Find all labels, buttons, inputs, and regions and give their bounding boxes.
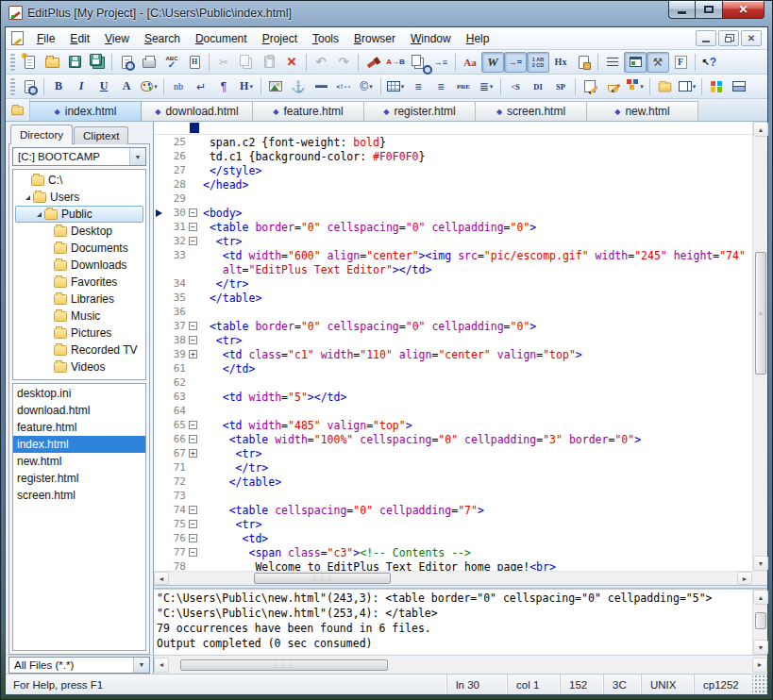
expander-icon[interactable] [22, 195, 33, 200]
spell-check-button[interactable]: ABC [160, 52, 183, 73]
fold-toggle[interactable]: − [186, 322, 200, 330]
new-window-button[interactable] [653, 76, 676, 97]
code-line[interactable]: 67+ <tr> [154, 446, 752, 460]
tree-item-public[interactable]: Public [15, 206, 143, 223]
panel-tab-directory[interactable]: Directory [10, 125, 73, 144]
fold-toggle[interactable]: + [186, 449, 200, 458]
tab-list-button[interactable] [6, 99, 30, 121]
view-in-browser-button[interactable] [18, 76, 41, 97]
editor-hscrollbar[interactable]: ◄ ⋮⋮⋮ ► [154, 572, 752, 585]
fold-toggle[interactable]: − [186, 520, 200, 528]
tab-new-html[interactable]: ◆new.html [587, 101, 698, 121]
code-line[interactable]: 73 [154, 489, 752, 503]
file-item-desktop-ini[interactable]: desktop.ini [13, 385, 145, 402]
new-file-button[interactable] [18, 52, 41, 73]
title-bar[interactable]: EditPlus [My Project] - [C:\Users\Public… [1, 1, 772, 26]
code-line[interactable]: 62 [154, 375, 752, 390]
drive-combobox[interactable]: [C:] BOOTCAMP ▼ [12, 147, 146, 166]
tab-screen-html[interactable]: ◆screen.html [476, 101, 587, 121]
code-line[interactable]: 38− <tr> [154, 333, 752, 347]
fold-toggle[interactable]: − [186, 548, 200, 557]
table-button[interactable]: ▾ [384, 76, 407, 97]
minimize-button[interactable] [668, 1, 696, 19]
code-line[interactable]: 37− <table border="0" cellspacing="0" ce… [154, 319, 752, 333]
code-line[interactable]: 31− <table border="0" cellspacing="0" ce… [154, 220, 752, 234]
output-vscroll-thumb[interactable] [755, 612, 766, 629]
code-line[interactable]: 71 </tr> [154, 460, 752, 475]
editor-hscroll-thumb[interactable]: ⋮⋮⋮ [254, 573, 391, 584]
html-page-button[interactable]: H [183, 52, 206, 73]
output-hscrollbar[interactable]: ◄ ⋮⋮⋮ ► [154, 656, 767, 674]
file-item-index-html[interactable]: index.html [13, 436, 145, 453]
menu-search[interactable]: Search [137, 29, 188, 48]
document-properties-button[interactable] [572, 52, 595, 73]
scroll-down-icon[interactable]: ▼ [753, 556, 768, 571]
scroll-left-icon[interactable]: ◄ [154, 572, 169, 585]
output-text[interactable]: "C:\Users\Public\new.html"(243,3): <tabl… [154, 590, 752, 655]
tree-item-music[interactable]: Music [15, 308, 143, 325]
code-line[interactable]: 26 td.c1 {background-color: #F0F0F0} [154, 149, 752, 163]
tree-item-pictures[interactable]: Pictures [15, 325, 143, 342]
div-button[interactable]: DI [527, 76, 549, 97]
code-line[interactable]: 63 <td width="5"></td> [154, 390, 752, 404]
font-button[interactable]: A [115, 76, 138, 97]
split-window-button[interactable]: ▾ [676, 76, 698, 97]
document-selector-button[interactable] [601, 52, 624, 73]
hex-viewer-button[interactable]: Hx [549, 52, 572, 73]
tree-item-users[interactable]: Users [15, 189, 143, 206]
tree-item-recorded-tv[interactable]: Recorded TV [15, 342, 143, 358]
code-line[interactable]: 65− <td width="485" valign="top"> [154, 418, 752, 432]
output-line[interactable]: 79 occurrences have been found in 6 file… [157, 622, 752, 637]
fold-toggle[interactable]: − [186, 223, 200, 231]
scroll-up-icon[interactable]: ▲ [753, 122, 768, 137]
fold-toggle[interactable]: − [186, 421, 200, 429]
tree-item-desktop[interactable]: Desktop [15, 223, 143, 240]
context-help-button[interactable]: ? [698, 52, 721, 73]
code-line[interactable]: 39+ <td class="c1" width="110" align="ce… [154, 347, 752, 361]
function-list-button[interactable]: F [669, 52, 692, 73]
status-cell-unix[interactable]: UNIX [641, 675, 694, 694]
tree-item-documents[interactable]: Documents [15, 240, 143, 257]
code-line[interactable]: 27 </style> [154, 163, 752, 177]
paragraph-button[interactable]: ¶ [212, 76, 235, 97]
toolbar-grip-2[interactable] [10, 78, 15, 95]
output-line[interactable]: "C:\Users\Public\new.html"(243,3): <tabl… [157, 592, 752, 607]
output-scroll-left-icon[interactable]: ◄ [154, 658, 169, 673]
italic-button[interactable]: I [70, 76, 92, 97]
line-numbers-button[interactable] [527, 52, 549, 73]
scroll-right-icon[interactable]: ► [737, 572, 752, 585]
fold-toggle[interactable]: − [186, 237, 200, 245]
code-line[interactable]: 30−<body> [154, 206, 752, 220]
output-scroll-up-icon[interactable]: ▲ [753, 590, 768, 605]
output-scroll-right-icon[interactable]: ► [752, 658, 767, 673]
underline-button[interactable]: U [92, 76, 115, 97]
mdi-minimize-button[interactable] [696, 30, 716, 46]
menu-edit[interactable]: Edit [62, 29, 97, 48]
code-line[interactable]: 72 </table> [154, 475, 752, 489]
file-item-screen-html[interactable]: screen.html [13, 487, 145, 504]
align-left-button[interactable]: ≡ [407, 76, 429, 97]
output-line[interactable]: Output completed (0 sec consumed) [157, 637, 752, 652]
code-line[interactable]: 35 </table> [154, 291, 752, 305]
code-line[interactable]: 33 <td width="600" align="center"><img s… [154, 248, 752, 262]
expander-icon[interactable] [33, 212, 44, 217]
align-center-button[interactable]: ≡ [429, 76, 452, 97]
heading-button[interactable]: H▾ [235, 76, 258, 97]
horizontal-rule-button[interactable] [310, 76, 332, 97]
output-window-button[interactable]: ⚒ [647, 52, 669, 73]
code-line[interactable]: 61 </td> [154, 361, 752, 375]
status-cell-cp1252[interactable]: cp1252 [694, 675, 752, 694]
menu-window[interactable]: Window [403, 29, 459, 48]
tree-item-c[interactable]: C:\ [15, 172, 143, 189]
output-scroll-down-icon[interactable]: ▼ [753, 640, 768, 655]
menu-help[interactable]: Help [459, 29, 497, 48]
undo-button[interactable]: ↶ [310, 52, 332, 73]
fold-toggle[interactable]: − [186, 435, 200, 443]
code-line[interactable]: 77− <span class="c3"><!-- Contents --> [154, 545, 752, 559]
browser-list-button[interactable] [705, 76, 728, 97]
code-line[interactable]: 66− <table width="100%" cellspacing="0" … [154, 432, 752, 446]
code-line[interactable]: 74− <table cellspacing="0" cellpadding="… [154, 503, 752, 517]
menu-tools[interactable]: Tools [305, 29, 346, 48]
redo-button[interactable]: ↷ [332, 52, 355, 73]
code-line[interactable]: 75− <tr> [154, 517, 752, 531]
